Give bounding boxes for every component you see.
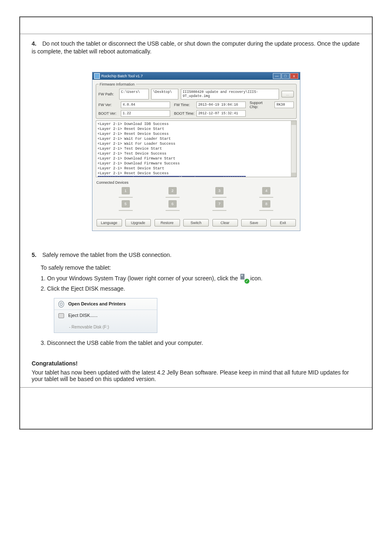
fw-path-seg3: IIIS080420 update and recovery\IIIS-9T_u…: [181, 89, 279, 99]
browse-button[interactable]: ...: [281, 91, 294, 97]
device-slot-7: 7: [201, 200, 238, 211]
log-line: <Layer 2-1> Download Firmware Success: [98, 161, 295, 166]
window-title: Rockchip Batch Tool v1.7: [101, 74, 143, 78]
menu-open-devices-printers[interactable]: Open Devices and Printers: [54, 298, 157, 310]
label-boot-ver: BOOT Ver:: [99, 111, 119, 116]
exit-button[interactable]: Exit: [270, 219, 296, 226]
log-line: <Layer 2-1> Wait For Loader Success: [98, 141, 295, 146]
log-line: <Layer 2-1> Reset Device Start: [98, 127, 295, 132]
log-scrollbar[interactable]: [291, 121, 296, 177]
step-number-5: 5.: [32, 251, 41, 260]
device-slot-8: 8: [248, 200, 285, 211]
log-line: <Layer 2-1> Test Device Start: [98, 146, 295, 151]
safely-remove-hardware-icon: ✓: [240, 274, 249, 283]
step-5-line-1b: icon.: [250, 274, 263, 283]
label-support-chip: Support Chip:: [250, 101, 270, 109]
step-5-line-3: 3. Disconnect the USB cable from the tab…: [41, 339, 360, 348]
label-fw-path: FW Path:: [99, 92, 119, 96]
value-support-chip: RK30: [274, 102, 293, 108]
restore-button[interactable]: Restore: [154, 219, 180, 226]
step-5-subtitle: To safely remove the tablet:: [41, 263, 360, 273]
step-4-text: Do not touch the tablet or disconnect th…: [32, 40, 360, 55]
app-icon: [94, 73, 100, 79]
label-fw-ver: FW Ver:: [99, 103, 119, 107]
closing-body: Your tablet has now been updated with th…: [32, 369, 360, 382]
app-window: Rockchip Batch Tool v1.7 — □ x Firmware …: [92, 72, 300, 231]
log-output: <Layer 2-1> Download IDB Success <Layer …: [96, 120, 297, 177]
log-line: <Layer 2-1> Download IDB Success: [98, 122, 295, 127]
fw-path-seg1: C:\Users\: [119, 89, 149, 99]
device-grid: 1 2 3 4 5 6 7 8: [96, 185, 297, 213]
log-line: <Layer 2-1> Reset Device Success: [98, 171, 295, 176]
value-boot-time: 2012-12-07 15:32:41: [196, 110, 246, 117]
firmware-info-group: Firmware Information FW Path: C:\Users\ …: [96, 82, 297, 119]
log-line: <Layer 2-1> Download Firmware Start: [98, 156, 295, 161]
device-slot-4: 4: [248, 187, 285, 198]
window-titlebar[interactable]: Rockchip Batch Tool v1.7 — □ x: [92, 72, 300, 80]
log-line: <Layer 2-1> Reset Device Start: [98, 166, 295, 171]
congratulations-heading: Congratulations!: [32, 360, 360, 367]
fw-path-seg2: \Desktop\: [151, 89, 178, 99]
step-5-title: Safely remove the tablet from the USB co…: [42, 252, 171, 258]
clear-button[interactable]: Clear: [212, 219, 238, 226]
connected-devices-label: Connected Devices: [97, 180, 297, 185]
save-button[interactable]: Save: [241, 219, 267, 226]
device-slot-3: 3: [201, 187, 238, 198]
label-boot-time: BOOT Time:: [174, 111, 195, 116]
log-line: <Layer 2-1> Wait For Loader Start: [98, 136, 295, 141]
window-maximize-button[interactable]: □: [281, 73, 290, 79]
device-slot-2: 2: [154, 187, 191, 198]
disk-icon: [58, 313, 64, 319]
upgrade-button[interactable]: Upgrade: [125, 219, 151, 226]
window-close-button[interactable]: x: [290, 73, 298, 79]
firmware-info-legend: Firmware Information: [99, 82, 136, 86]
device-slot-1: 1: [107, 187, 144, 198]
value-fw-ver: 4.0.04: [121, 102, 170, 108]
tray-context-menu: Open Devices and Printers Eject DISK....…: [54, 298, 157, 333]
log-line: <Layer 2-1> Reset Device Success: [98, 132, 295, 136]
label-fw-time: FW Time:: [174, 103, 195, 107]
devices-printers-icon: [58, 301, 64, 307]
menu-eject-disk-label: Eject DISK: [68, 313, 90, 318]
step-5-line-2: 2. Click the Eject DISK message.: [41, 284, 360, 294]
log-highlight-line: **********Upgrade Done Success<1> Fail<0…: [98, 176, 246, 177]
menu-removable-disk-sub: - Removable Disk (F:): [69, 324, 109, 331]
window-minimize-button[interactable]: —: [273, 73, 281, 79]
step-number-4: 4.: [32, 40, 41, 48]
switch-button[interactable]: Switch: [183, 219, 209, 226]
menu-eject-disk[interactable]: Eject DISK...... - Removable Disk (F:): [54, 310, 157, 333]
value-boot-ver: 1.22: [121, 110, 170, 117]
device-slot-6: 6: [154, 200, 191, 211]
menu-eject-disk-dots: ......: [90, 313, 97, 318]
language-button[interactable]: Language: [97, 219, 122, 226]
value-fw-time: 2013-04-19 19:04:16: [196, 102, 246, 108]
log-line: <Layer 2-1> Test Device Success: [98, 151, 295, 156]
step-5-line-1a: 1. On your Windows System Tray (lower ri…: [41, 274, 238, 283]
device-slot-5: 5: [107, 200, 144, 211]
menu-open-devices-printers-label: Open Devices and Printers: [68, 300, 126, 307]
